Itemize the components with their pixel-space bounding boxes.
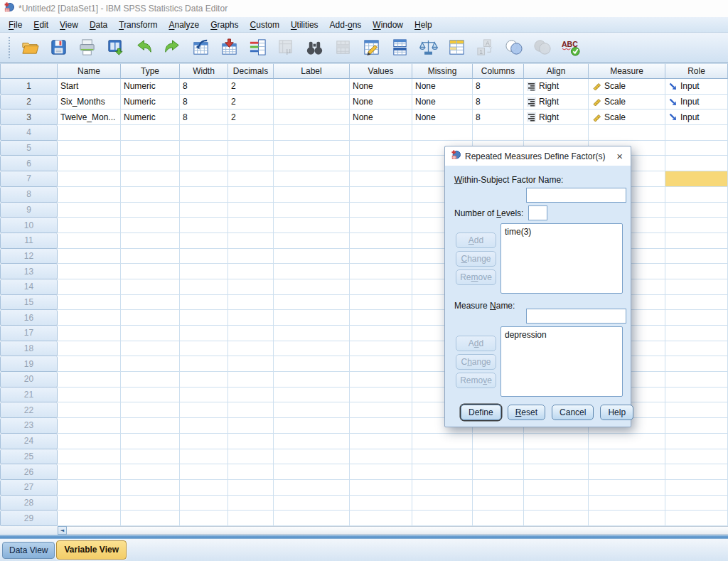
cell-decimals[interactable] [228, 279, 274, 295]
cell-decimals[interactable] [228, 264, 274, 279]
row-number-cell[interactable]: 9 [0, 203, 58, 218]
cell-label[interactable] [274, 449, 350, 465]
cell-name[interactable] [58, 203, 121, 218]
cell-columns[interactable] [473, 434, 524, 449]
cell-type[interactable] [121, 249, 180, 265]
cell-role[interactable] [665, 434, 728, 449]
cell-role[interactable] [665, 326, 728, 341]
cell-label[interactable] [274, 341, 350, 357]
cell-measure[interactable] [589, 511, 665, 526]
cell-type[interactable] [121, 171, 180, 187]
merge-icon[interactable] [531, 37, 552, 58]
cell-values[interactable] [350, 388, 412, 403]
split-file-icon[interactable] [389, 37, 410, 58]
factor-add-button[interactable]: Add [456, 233, 496, 248]
cell-measure[interactable]: Scale [589, 95, 665, 110]
factor-name-input[interactable] [526, 188, 626, 203]
cell-decimals[interactable] [228, 295, 274, 311]
cell-name[interactable] [58, 372, 121, 388]
measure-add-button[interactable]: Add [456, 336, 496, 351]
goto-variable-icon[interactable] [218, 37, 240, 58]
cell-width[interactable] [180, 279, 228, 295]
menu-view[interactable]: View [54, 18, 84, 32]
cell-role[interactable] [665, 187, 728, 203]
cell-width[interactable] [180, 187, 228, 203]
cell-values[interactable] [350, 264, 412, 279]
action-cancel-button[interactable]: Cancel [552, 405, 594, 420]
cell-values[interactable] [350, 356, 412, 372]
undo-icon[interactable] [133, 37, 154, 58]
menu-analyze[interactable]: Analyze [163, 18, 205, 32]
save-icon[interactable] [48, 37, 69, 58]
cell-role[interactable]: Input [665, 109, 728, 125]
row-number-cell[interactable]: 29 [0, 511, 58, 526]
cell-missing[interactable] [412, 434, 473, 449]
cell-align[interactable] [524, 511, 589, 526]
column-header-columns[interactable]: Columns [473, 63, 524, 79]
cell-role[interactable] [665, 279, 728, 295]
cell-width[interactable]: 8 [180, 95, 228, 110]
cell-type[interactable] [121, 156, 180, 171]
cell-role[interactable] [665, 264, 728, 279]
cell-values[interactable] [350, 295, 412, 311]
measure-change-button[interactable]: Change [456, 354, 496, 370]
recall-dialogs-icon[interactable] [105, 37, 126, 58]
row-number-cell[interactable]: 2 [0, 95, 58, 110]
menu-window[interactable]: Window [367, 18, 409, 32]
insert-cases-icon[interactable] [332, 37, 353, 58]
cell-type[interactable]: Numeric [121, 109, 180, 125]
cell-role[interactable] [665, 295, 728, 311]
cell-label[interactable] [274, 233, 350, 249]
column-header-label[interactable]: Label [274, 63, 350, 79]
cell-align[interactable] [524, 434, 589, 449]
column-header-missing[interactable]: Missing [412, 63, 473, 79]
cell-role[interactable] [665, 402, 728, 418]
cell-decimals[interactable] [228, 203, 274, 218]
cell-role[interactable] [665, 449, 728, 465]
cell-decimals[interactable] [228, 218, 274, 233]
select-cases-icon[interactable] [503, 37, 524, 58]
cell-measure[interactable] [589, 449, 665, 465]
cell-type[interactable] [121, 187, 180, 203]
cell-values[interactable] [350, 233, 412, 249]
cell-name[interactable] [58, 402, 121, 418]
row-number-cell[interactable]: 20 [0, 372, 58, 388]
cell-type[interactable] [121, 356, 180, 372]
column-header-measure[interactable]: Measure [589, 63, 665, 79]
cell-decimals[interactable] [228, 310, 274, 326]
cell-name[interactable] [58, 218, 121, 233]
cell-name[interactable] [58, 249, 121, 265]
cell-decimals[interactable] [228, 249, 274, 265]
cell-role[interactable] [665, 388, 728, 403]
factor-remove-button[interactable]: Remove [456, 269, 496, 285]
cell-type[interactable] [121, 341, 180, 357]
cell-label[interactable] [274, 434, 350, 449]
row-number-cell[interactable]: 16 [0, 310, 58, 326]
cell-name[interactable] [58, 480, 121, 496]
cell-role[interactable] [665, 496, 728, 511]
cell-decimals[interactable]: 2 [228, 79, 274, 95]
cell-decimals[interactable] [228, 464, 274, 480]
cell-type[interactable] [121, 480, 180, 496]
cell-name[interactable]: Twelve_Mon... [58, 109, 121, 125]
cell-label[interactable] [274, 187, 350, 203]
cell-decimals[interactable] [228, 418, 274, 434]
cell-width[interactable] [180, 402, 228, 418]
menu-utilities[interactable]: Utilities [285, 18, 324, 32]
cell-label[interactable] [274, 279, 350, 295]
measure-remove-button[interactable]: Remove [456, 373, 496, 388]
cell-name[interactable] [58, 418, 121, 434]
cell-label[interactable] [274, 402, 350, 418]
cell-decimals[interactable] [228, 356, 274, 372]
variables-icon[interactable] [247, 37, 268, 58]
cell-width[interactable] [180, 341, 228, 357]
cell-name[interactable]: Six_Months [58, 95, 121, 110]
cell-role[interactable]: Input [665, 95, 728, 110]
cell-align[interactable]: Right [524, 109, 589, 125]
row-number-cell[interactable]: 3 [0, 109, 58, 125]
cell-values[interactable] [350, 249, 412, 265]
cell-values[interactable] [350, 496, 412, 511]
cell-role[interactable] [665, 310, 728, 326]
cell-decimals[interactable] [228, 372, 274, 388]
cell-align[interactable] [524, 496, 589, 511]
